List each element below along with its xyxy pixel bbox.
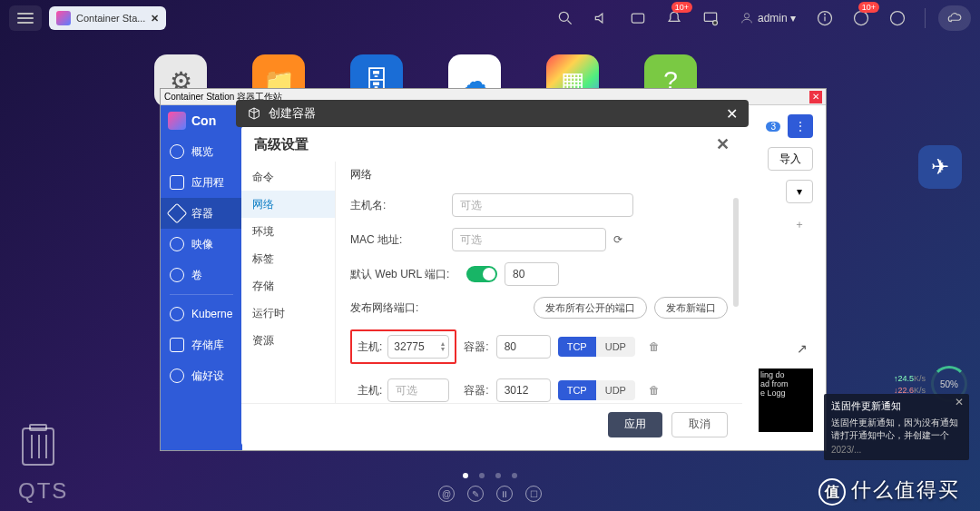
main-menu-button[interactable] [9,5,42,31]
notif-title: 送固件更新通知 [831,399,962,413]
container-port-input[interactable] [496,335,551,359]
delete-row-icon[interactable]: 🗑 [642,378,666,402]
svg-rect-2 [632,14,643,23]
action-icon[interactable]: @ [438,486,455,502]
action-icon[interactable]: ☐ [525,486,542,502]
cloud-button[interactable] [938,5,971,31]
nav-volumes[interactable]: 卷 [161,260,242,290]
add-button[interactable]: ＋ [786,212,813,236]
container-port-input-2[interactable] [496,378,551,402]
firmware-notification[interactable]: ✕ 送固件更新通知 送固件更新通知，因为没有通知 请打开通知中心，并创建一个 2… [824,394,969,460]
news-icon[interactable]: 10+ [847,4,876,33]
publish-new-button[interactable]: 发布新端口 [654,297,728,319]
nav-apps[interactable]: 应用程 [161,167,242,198]
nav-images[interactable]: 映像 [161,229,242,260]
host-label: 主机: [358,339,382,355]
user-menu[interactable]: admin ▾ [732,11,803,25]
tab-command[interactable]: 命令 [241,163,335,191]
delete-row-icon[interactable]: 🗑 [642,335,666,359]
quick-actions: @ ✎ ⏸ ☐ [438,486,542,502]
cancel-button[interactable]: 取消 [671,412,728,437]
nav-kubernetes[interactable]: Kuberne [161,299,242,329]
tab-labels[interactable]: 标签 [241,245,335,272]
cs-logo-icon [168,112,186,130]
host-port-input[interactable]: 32775▴▾ [387,335,449,359]
protocol-toggle-2[interactable]: TCP UDP [558,380,635,400]
panel-close-button[interactable]: ✕ [716,134,730,154]
nav-overview[interactable]: 概览 [161,136,242,167]
modal-title: 创建容器 [269,105,316,122]
apply-button[interactable]: 应用 [608,412,662,437]
svg-point-5 [744,14,749,18]
refresh-icon[interactable]: ⟳ [613,233,622,246]
task-icon[interactable] [623,4,652,33]
bell-icon[interactable]: 10+ [660,4,689,33]
weburl-label: 默认 Web URL 端口: [350,267,459,282]
container-label: 容器: [464,383,488,398]
app-tab[interactable]: Container Sta... ✕ [49,6,166,30]
filter-dropdown[interactable]: ▾ [786,180,813,203]
publish-all-button[interactable]: 发布所有公开的端口 [534,297,647,319]
advanced-settings-panel: 高级设置 ✕ 命令 网络 环境 标签 存储 运行时 资源 网络 主机名: MAC… [241,127,742,445]
tab-network[interactable]: 网络 [241,191,335,218]
action-icon[interactable]: ⏸ [496,486,513,502]
action-icon[interactable]: ✎ [467,486,484,502]
hostname-label: 主机名: [350,198,445,213]
cs-sidebar: Con 概览 应用程 容器 映像 卷 Kuberne 存储库 偏好设 [161,105,242,450]
cube-icon [167,203,188,224]
info-icon[interactable] [810,4,839,33]
weburl-toggle[interactable] [466,266,497,282]
container-station-icon [56,11,71,25]
container-label: 容器: [464,339,488,355]
import-button[interactable]: 导入 [768,147,813,171]
terminal-preview: ling doad frome Logg [759,369,813,432]
count-badge: 3 [766,122,780,132]
svg-point-8 [825,14,826,15]
open-external-icon[interactable]: ↗ [797,341,808,356]
weburl-port-input[interactable] [505,262,559,286]
modal-close-button[interactable]: ✕ [726,105,738,123]
tab-runtime[interactable]: 运行时 [241,300,335,327]
thunder-app-icon[interactable]: ✈ [918,145,962,189]
host-label: 主机: [358,383,382,398]
tab-resources[interactable]: 资源 [241,327,335,354]
recycle-bin-icon[interactable] [22,427,54,466]
scrollbar[interactable] [733,198,739,307]
svg-point-10 [891,12,905,25]
volume-icon[interactable] [587,4,616,33]
svg-point-4 [712,21,717,25]
panel-title: 高级设置 [254,136,309,153]
nav-prefs[interactable]: 偏好设 [161,360,242,391]
database-icon [170,268,184,282]
search-icon[interactable] [551,4,580,33]
gear-icon [170,369,184,383]
protocol-toggle[interactable]: TCP UDP [558,337,635,357]
settings-content: 网络 主机名: MAC 地址: ⟳ 默认 Web URL 端口: 发布网络端口:… [336,162,742,403]
layers-icon [170,237,184,251]
more-button[interactable]: ⋮ [788,114,813,138]
devices-icon[interactable] [696,4,725,33]
dashboard-icon[interactable] [883,4,912,33]
settings-tabs: 命令 网络 环境 标签 存储 运行时 资源 [241,162,336,403]
cube-icon [247,106,261,121]
tab-env[interactable]: 环境 [241,218,335,245]
qts-logo: QTS [18,478,68,504]
nav-containers[interactable]: 容器 [161,198,242,229]
nav-repos[interactable]: 存储库 [161,329,242,360]
repo-icon [170,338,184,352]
close-icon[interactable]: ✕ [955,396,964,408]
mac-input[interactable] [452,228,606,251]
hostname-input[interactable] [452,193,633,217]
tab-close-icon[interactable]: ✕ [151,13,159,25]
host-port-input-2[interactable] [387,378,449,402]
create-container-modal: 创建容器 ✕ [236,100,749,127]
svg-point-0 [559,12,568,21]
tab-storage[interactable]: 存储 [241,272,335,300]
host-port-highlight: 主机: 32775▴▾ [350,329,456,364]
tab-label: Container Sta... [76,13,145,24]
window-close-button[interactable]: ✕ [809,91,822,103]
notif-body: 送固件更新通知，因为没有通知 请打开通知中心，并创建一个 [831,417,962,442]
notif-time: 2023/... [831,445,962,455]
grid-icon [170,175,184,190]
page-indicator[interactable] [463,473,517,478]
